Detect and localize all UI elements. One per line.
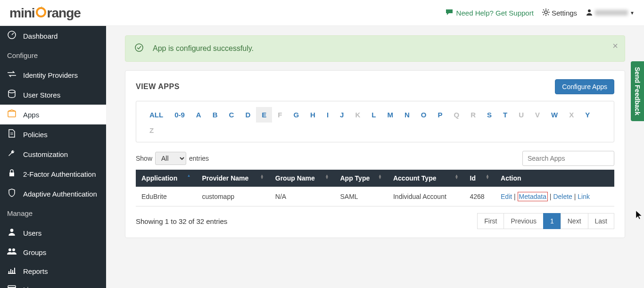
svg-point-23 [135,44,143,51]
svg-rect-14 [8,111,16,117]
sidebar-item-dashboard[interactable]: Dashboard [0,26,106,46]
sidebar-item-identity-providers[interactable]: Identity Providers [0,65,106,85]
search-input[interactable] [522,151,614,166]
sidebar-item-adaptive-auth[interactable]: Adaptive Authentication [0,184,106,204]
sidebar-header-manage: Manage [0,204,106,223]
table-row: EduBrite customapp N/A SAML Individual A… [136,187,614,206]
user-icon [586,8,593,17]
check-circle-icon [135,43,143,54]
sidebar-item-apps[interactable]: Apps [0,105,106,124]
alert-text: App is configured successfuly. [153,44,254,53]
col-account[interactable]: Account Type▲▼ [388,170,464,187]
sort-icon: ▲▼ [260,174,264,179]
link-link[interactable]: Link [578,193,590,200]
sort-icon: ▲▼ [378,174,382,179]
settings-link[interactable]: Settings [542,8,577,17]
alpha-filter-j[interactable]: J [334,107,349,123]
alpha-filter-b[interactable]: B [207,107,223,123]
edit-link[interactable]: Edit [501,193,512,200]
group-icon [7,247,17,257]
sidebar-item-2fa[interactable]: 2-Factor Authentication [0,164,106,184]
brand-prefix: mini [9,6,35,20]
send-feedback-tab[interactable]: Send Feedback [631,61,644,121]
alpha-filter-t[interactable]: T [497,107,513,123]
alpha-filter-0-9[interactable]: 0-9 [169,107,190,123]
wrench-icon [7,149,17,159]
close-icon[interactable]: × [612,41,618,51]
page-1[interactable]: 1 [543,213,561,229]
alpha-filter-r: R [465,107,481,123]
sidebar-item-label: Customization [23,150,68,158]
alpha-filter-e[interactable]: E [256,107,272,123]
alpha-filter-o[interactable]: O [415,107,432,123]
col-group[interactable]: Group Name▲▼ [270,170,335,187]
alpha-filter-y[interactable]: Y [579,107,595,123]
alpha-filter-h[interactable]: H [305,107,321,123]
sidebar-item-license[interactable]: License [0,280,106,288]
sidebar-item-label: Users [23,229,41,237]
col-id[interactable]: Id▲▼ [464,170,495,187]
alpha-filter-d[interactable]: D [239,107,256,123]
sidebar-item-label: Groups [23,248,46,256]
sidebar-item-label: Reports [23,267,48,275]
page-prev[interactable]: Previous [504,213,543,229]
chevron-down-icon: ▼ [630,10,635,16]
configure-apps-button[interactable]: Configure Apps [555,79,614,94]
sidebar-item-label: Adaptive Authentication [23,190,97,198]
col-type[interactable]: App Type▲▼ [335,170,388,187]
sort-icon: ▲▼ [325,174,329,179]
svg-line-7 [548,14,549,15]
alpha-filter-a[interactable]: A [190,107,207,123]
panel-title: VIEW APPS [136,82,180,91]
user-name [595,10,628,16]
svg-point-0 [37,8,45,16]
alpha-filter-s[interactable]: S [481,107,497,123]
alpha-filter-i[interactable]: I [321,107,334,123]
alpha-filter-g[interactable]: G [288,107,305,123]
col-provider[interactable]: Provider Name▲▼ [196,170,269,187]
cell-account: Individual Account [388,187,464,206]
sidebar-item-label: Dashboard [23,32,58,40]
metadata-link[interactable]: Metadata [518,192,548,201]
delete-link[interactable]: Delete [553,193,572,200]
chart-icon [7,266,17,276]
sidebar-item-user-stores[interactable]: User Stores [0,85,106,105]
alpha-filter-l[interactable]: L [366,107,381,123]
alpha-filter-m[interactable]: M [381,107,399,123]
sort-icon: ▲▼ [455,174,459,179]
sidebar-item-label: Apps [23,111,39,119]
cell-actions: Edit | Metadata | Delete | Link [495,187,614,206]
sidebar-item-groups[interactable]: Groups [0,243,106,262]
page-first[interactable]: First [477,213,504,229]
alpha-filter-p[interactable]: P [432,107,448,123]
page-next[interactable]: Next [561,213,588,229]
document-icon [7,129,17,140]
alpha-filter-u: U [513,107,529,123]
user-menu[interactable]: ▼ [586,8,635,17]
alpha-filter-k: K [349,107,366,123]
cell-group: N/A [270,187,335,206]
svg-point-19 [8,248,11,251]
entries-select[interactable]: All [155,152,186,165]
show-entries-label: Show All entries [136,152,209,165]
col-application[interactable]: Application▲ [136,170,196,187]
alpha-filter-n[interactable]: N [399,107,415,123]
col-action: Action [495,170,614,187]
alpha-filter-w[interactable]: W [545,107,563,123]
sidebar-item-label: License [23,286,48,288]
settings-label: Settings [552,9,577,17]
user-icon [7,228,17,238]
success-alert: App is configured successfuly. × [125,35,625,62]
sidebar-item-policies[interactable]: Policies [0,124,106,144]
dashboard-icon [7,31,17,41]
alpha-filter-c[interactable]: C [223,107,240,123]
get-support-link[interactable]: Need Help? Get Support [445,8,534,17]
alpha-filter-all[interactable]: ALL [144,107,169,123]
sidebar-item-customization[interactable]: Customization [0,144,106,164]
page-last[interactable]: Last [588,213,614,229]
sidebar-item-reports[interactable]: Reports [0,262,106,280]
svg-line-6 [543,9,544,10]
exchange-icon [7,70,17,80]
sidebar-item-label: 2-Factor Authentication [23,170,96,178]
sidebar-item-users[interactable]: Users [0,223,106,243]
